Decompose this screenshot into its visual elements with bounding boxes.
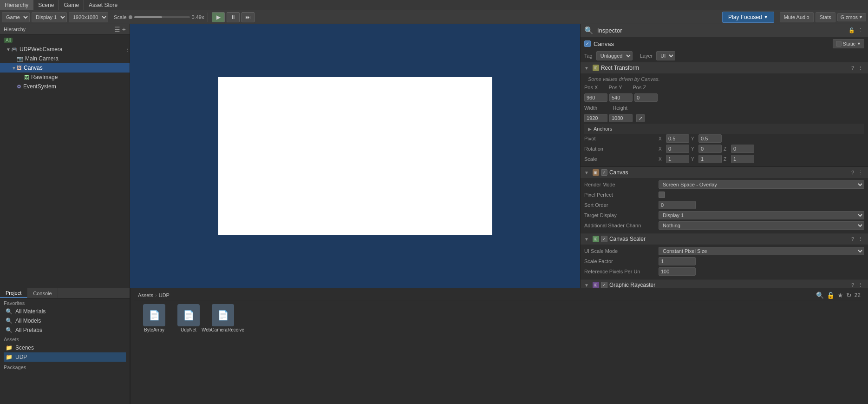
rect-transform-header[interactable]: ▼ ⊞ Rect Transform ? ⋮ xyxy=(581,62,868,73)
scale-factor-input[interactable] xyxy=(659,257,696,265)
hierarchy-item-canvas[interactable]: ▼ 🖼 Canvas xyxy=(0,63,130,73)
resolution-select[interactable]: 1920x1080 xyxy=(69,12,108,22)
static-button[interactable]: Static ▼ xyxy=(833,39,864,48)
canvas-scaler-header[interactable]: ▼ ⊞ Canvas Scaler ? ⋮ xyxy=(581,233,868,245)
lock-icon[interactable]: 🔒 xyxy=(827,291,835,299)
all-models-item[interactable]: 🔍 All Models xyxy=(4,316,126,325)
render-mode-select[interactable]: Screen Space - Overlay xyxy=(659,180,864,189)
active-checkbox[interactable] xyxy=(584,40,591,47)
rot-y-input[interactable] xyxy=(698,145,722,153)
scale-z-input[interactable] xyxy=(731,155,754,163)
shader-channel-select[interactable]: Nothing xyxy=(659,221,864,230)
raycaster-more-btn[interactable]: ⋮ xyxy=(856,282,864,288)
scale-value: 0.49x xyxy=(192,14,204,20)
ui-scale-mode-select[interactable]: Constant Pixel Size xyxy=(659,247,864,255)
hierarchy-item-main-camera[interactable]: 📷 Main Camera xyxy=(0,54,130,63)
rect-transform-more-btn[interactable]: ⋮ xyxy=(856,65,864,72)
pivot-x-input[interactable] xyxy=(666,134,689,143)
menu-hierarchy[interactable]: Hierarchy xyxy=(0,0,33,10)
hierarchy-menu-icon[interactable]: ☰ xyxy=(114,26,120,33)
canvas-comp-more-btn[interactable]: ⋮ xyxy=(856,169,864,176)
raycaster-checkbox[interactable] xyxy=(601,282,607,288)
scale-slider[interactable] xyxy=(134,16,190,18)
project-tab[interactable]: Project xyxy=(0,288,27,298)
canvas-enable-checkbox[interactable] xyxy=(601,169,607,176)
webcam-file-icon: 📄 xyxy=(212,304,234,326)
hierarchy-item-eventsystem[interactable]: ⚙ EventSystem xyxy=(0,82,130,91)
webcam-receive-file[interactable]: 📄 WebCameraReceive xyxy=(207,304,239,332)
pos-z-input[interactable] xyxy=(634,93,658,102)
hierarchy-add-icon[interactable]: + xyxy=(122,26,126,33)
display-select[interactable]: Display 1 xyxy=(32,12,67,22)
gizmos-button[interactable]: Gizmos ▼ xyxy=(837,13,866,21)
layer-select[interactable]: UI xyxy=(656,51,675,60)
rect-expand-btn[interactable]: ⤢ xyxy=(636,114,645,122)
scale-x-label: X xyxy=(659,157,664,162)
rect-transform-section: ▼ ⊞ Rect Transform ? ⋮ Some values drive… xyxy=(581,62,868,167)
inspector-lock-btn[interactable]: 🔓 xyxy=(847,27,856,34)
canvas-scaler-arrow: ▼ xyxy=(584,237,589,242)
pos-y-input[interactable] xyxy=(609,93,633,102)
stats-button[interactable]: Stats xyxy=(816,12,835,22)
star-icon[interactable]: ★ xyxy=(837,291,843,299)
ref-pixels-input[interactable] xyxy=(659,267,696,276)
assets-breadcrumb[interactable]: Assets xyxy=(138,292,153,298)
all-materials-item[interactable]: 🔍 All Materials xyxy=(4,307,126,316)
ref-pixels-label: Reference Pixels Per Un xyxy=(584,269,659,274)
udp-folder[interactable]: 📁 UDP xyxy=(4,352,126,362)
width-input[interactable] xyxy=(584,114,607,122)
height-input[interactable] xyxy=(609,114,633,122)
rot-x-input[interactable] xyxy=(666,145,689,153)
console-tab[interactable]: Console xyxy=(27,288,58,298)
play-button[interactable]: ▶ xyxy=(212,12,225,22)
anchors-row[interactable]: ▶ Anchors xyxy=(584,124,864,134)
byte-array-file[interactable]: 📄 ByteArray xyxy=(138,304,170,332)
hierarchy-item-all[interactable]: All xyxy=(0,35,130,45)
udpnet-icon: 📄 xyxy=(177,304,200,326)
target-display-select[interactable]: Display 1 xyxy=(659,211,864,219)
hierarchy-menu-item[interactable]: ⋮ xyxy=(125,47,130,52)
search-toggle-icon[interactable]: 🔍 xyxy=(816,291,824,299)
refresh-icon[interactable]: ↻ xyxy=(846,291,852,299)
rot-z-input[interactable] xyxy=(731,145,754,153)
hierarchy-item-rawimage[interactable]: 🖼 RawImage xyxy=(0,73,130,82)
rect-transform-icon: ⊞ xyxy=(593,65,599,71)
menu-asset-store[interactable]: Asset Store xyxy=(84,0,122,10)
scenes-folder[interactable]: 📁 Scenes xyxy=(4,343,126,352)
hierarchy-item-udpwebcamera[interactable]: ▼ 🎮 UDPWebCamera ⋮ xyxy=(0,45,130,54)
folder-icon-2: 🔍 xyxy=(6,318,13,324)
canvas-scaler-help-btn[interactable]: ? xyxy=(850,236,855,243)
canvas-scaler-checkbox[interactable] xyxy=(601,236,607,242)
raycaster-help-btn[interactable]: ? xyxy=(850,282,855,288)
udp-breadcrumb[interactable]: UDP xyxy=(159,292,170,298)
canvas-component-header[interactable]: ▼ ▣ Canvas ? ⋮ xyxy=(581,167,868,178)
mute-audio-button[interactable]: Mute Audio xyxy=(780,12,814,22)
pause-button[interactable]: ⏸ xyxy=(227,12,240,22)
pos-x-input[interactable] xyxy=(584,93,607,102)
udp-label: UDP xyxy=(15,354,27,360)
canvas-comp-help-btn[interactable]: ? xyxy=(850,169,855,176)
menu-game[interactable]: Game xyxy=(59,0,84,10)
sort-order-input[interactable] xyxy=(659,201,696,209)
pixel-perfect-checkbox[interactable] xyxy=(659,192,665,198)
scale-y-input[interactable] xyxy=(698,155,722,163)
wh-labels: Width Height xyxy=(584,105,659,111)
rotation-row: Rotation X Y Z xyxy=(584,144,864,153)
byte-array-icon: 📄 xyxy=(143,304,165,326)
tag-select[interactable]: Untagged xyxy=(596,51,633,60)
focused-play-button[interactable]: Play Focused ▼ xyxy=(722,12,774,23)
pivot-y-input[interactable] xyxy=(698,134,722,143)
inspector-more-btn[interactable]: ⋮ xyxy=(856,27,864,34)
pixel-perfect-row: Pixel Perfect xyxy=(584,190,864,199)
udpnet-file[interactable]: 📄 UdpNet xyxy=(172,304,205,332)
canvas-scaler-more-btn[interactable]: ⋮ xyxy=(856,236,864,243)
rect-transform-help-btn[interactable]: ? xyxy=(850,65,855,72)
menu-scene[interactable]: Scene xyxy=(33,0,59,10)
graphic-raycaster-header[interactable]: ▼ ⊞ Graphic Raycaster ? ⋮ xyxy=(581,279,868,288)
all-prefabs-item[interactable]: 🔍 All Prefabs xyxy=(4,325,126,335)
scale-x-input[interactable] xyxy=(666,155,689,163)
favorites-label: Favorites xyxy=(4,300,126,306)
step-button[interactable]: ⏭ xyxy=(241,12,255,22)
canvas-scaler-section: ▼ ⊞ Canvas Scaler ? ⋮ UI Scale Mode Cons… xyxy=(581,233,868,279)
mode-select[interactable]: Game xyxy=(2,12,30,22)
